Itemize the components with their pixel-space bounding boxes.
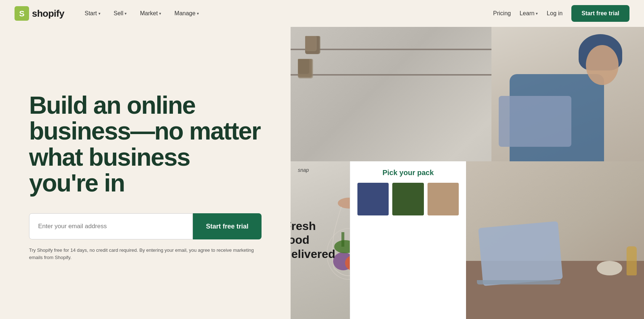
nav-item-market[interactable]: Market ▾ [134,7,167,20]
nav-item-sell[interactable]: Sell ▾ [108,7,133,20]
snap-label: snap [298,167,309,173]
disclaimer-text: Try Shopify free for 14 days, no credit … [29,247,262,261]
fresh-food-text: Fresh fooddelivered [291,219,335,261]
start-trial-hero-button[interactable]: Start free trial [193,213,262,239]
hero-images: snap [291,27,644,319]
chevron-down-icon: ▾ [536,11,538,16]
jar-item [298,59,312,77]
hero-section: Build an online business—no matter what … [0,27,291,319]
chevron-down-icon: ▾ [98,11,101,16]
pick-pack-card: Pick your pack [350,161,466,319]
nav-item-login[interactable]: Log in [547,10,563,17]
nav-left-links: Start ▾ Sell ▾ Market ▾ Manage ▾ [79,7,493,20]
nav-item-learn[interactable]: Learn ▾ [519,10,538,17]
kitchen-image [291,27,644,161]
svg-point-2 [338,198,350,209]
swatch-tan[interactable] [428,183,459,215]
woman-laptop-bg [466,161,644,319]
email-signup-form: Start free trial [29,213,262,239]
face [586,45,619,85]
brand-name: shopify [32,8,64,19]
start-trial-nav-button[interactable]: Start free trial [571,5,629,22]
oil-bottle [627,246,637,275]
fresh-food-card: snap [291,161,350,319]
chevron-down-icon: ▾ [197,11,199,16]
jar-item [305,36,317,51]
chevron-down-icon: ▾ [125,11,127,16]
nav-item-pricing[interactable]: Pricing [493,10,511,17]
logo[interactable]: S shopify [15,6,64,21]
fresh-food-heading: Fresh fooddelivered [291,219,335,261]
bowl [597,261,622,275]
pick-pack-title: Pick your pack [357,169,459,177]
chevron-down-icon: ▾ [159,11,161,16]
svg-rect-12 [341,232,344,247]
woman-figure [491,27,644,161]
swatch-blue[interactable] [357,183,389,215]
nav-item-start[interactable]: Start ▾ [79,7,106,20]
laptop [499,96,571,147]
svg-text:S: S [19,9,25,18]
fresh-food-bg: snap [291,161,350,319]
woman-laptop-card [466,161,644,319]
email-input[interactable] [29,213,193,239]
navbar: S shopify Start ▾ Sell ▾ Market ▾ Manage… [0,0,644,27]
nav-item-manage[interactable]: Manage ▾ [169,7,205,20]
main-content: Build an online business—no matter what … [0,27,644,319]
nav-right-links: Pricing Learn ▾ Log in Start free trial [493,5,629,22]
color-swatches [357,183,459,215]
shopify-logo-icon: S [15,6,29,21]
swatch-green[interactable] [392,183,424,215]
bottom-panels: snap [291,161,644,319]
laptop-base [477,280,560,284]
hero-heading: Build an online business—no matter what … [29,92,262,196]
kitchen-image-fill [291,27,644,161]
laptop-screen [478,221,563,286]
